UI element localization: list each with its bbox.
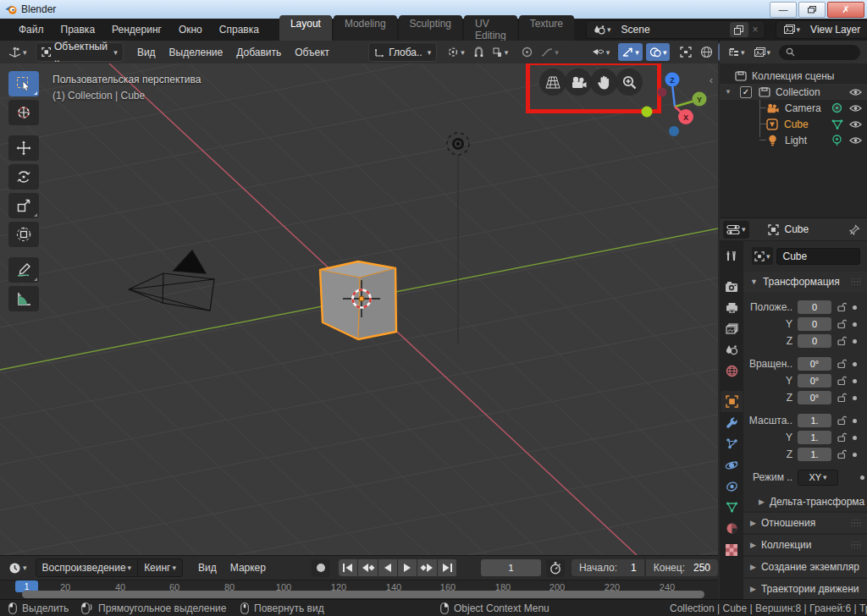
rotation-z-field[interactable]: 0° xyxy=(798,391,831,404)
minimize-button[interactable]: — xyxy=(770,2,797,18)
tab-uv-editing[interactable]: UV Editing xyxy=(464,15,517,44)
menu-window[interactable]: Окно xyxy=(170,24,211,36)
tool-rotate[interactable] xyxy=(8,164,39,190)
scene-new-button[interactable] xyxy=(730,22,748,37)
gizmo-minus-y-axis[interactable] xyxy=(642,107,653,118)
animate-dot-icon[interactable] xyxy=(853,362,857,366)
visibility-dropdown[interactable]: ▾ xyxy=(588,43,614,61)
instancing-panel[interactable]: ▶Создание экземпляр xyxy=(743,555,867,577)
transform-orientation-dropdown[interactable]: Глоба.. ▾ xyxy=(368,42,437,62)
outliner-row-cube[interactable]: Cube xyxy=(720,116,867,132)
timeline-menu-marker[interactable]: Маркер xyxy=(224,562,273,574)
lock-open-icon[interactable] xyxy=(837,415,847,426)
expand-arrow-icon[interactable]: ▼ xyxy=(725,88,732,96)
current-frame-field[interactable]: 1 xyxy=(481,559,541,576)
playback-dropdown[interactable]: Воспроизведение▾ xyxy=(36,558,139,577)
rotation-mode-dropdown[interactable]: XY▾ xyxy=(798,470,838,486)
prev-keyframe-button[interactable] xyxy=(358,559,377,576)
lock-open-icon[interactable] xyxy=(837,359,847,369)
gizmo-minus-z-axis[interactable] xyxy=(669,126,679,136)
animate-dot-icon[interactable] xyxy=(853,339,857,344)
menu-help[interactable]: Справка xyxy=(211,24,268,36)
snap-toggle[interactable] xyxy=(470,43,488,61)
tab-view-layer[interactable] xyxy=(721,318,743,339)
tool-scale[interactable] xyxy=(8,193,39,218)
tab-material[interactable] xyxy=(721,518,743,539)
lock-open-icon[interactable] xyxy=(837,302,847,312)
object-name-input[interactable]: Cube xyxy=(776,248,860,265)
play-reverse-button[interactable] xyxy=(378,559,397,576)
camera-view-gizmo[interactable] xyxy=(565,69,592,96)
editor-type-button[interactable]: ▾ xyxy=(5,43,30,61)
scale-z-field[interactable]: 1. xyxy=(798,448,831,461)
lock-open-icon[interactable] xyxy=(837,376,847,386)
object-browse-button[interactable]: ▾ xyxy=(752,247,773,265)
tool-select-box[interactable] xyxy=(8,71,39,96)
tab-texture[interactable] xyxy=(721,539,743,560)
sidebar-collapse-arrow[interactable]: ‹ xyxy=(710,74,713,86)
menu-add[interactable]: Добавить xyxy=(229,47,288,58)
cube-object[interactable] xyxy=(320,261,396,339)
timeline-editor-type-button[interactable]: ▾ xyxy=(5,559,30,577)
scene-unlink-button[interactable]: × xyxy=(748,24,763,36)
scene-browse-button[interactable]: ▾ xyxy=(590,21,615,39)
animate-dot-icon[interactable] xyxy=(853,322,857,327)
menu-edit[interactable]: Правка xyxy=(52,24,104,36)
auto-keying-record-button[interactable] xyxy=(312,559,330,577)
pin-icon[interactable] xyxy=(849,224,860,235)
outliner-search-field[interactable] xyxy=(779,45,860,60)
frame-end-field[interactable]: Конец: 250 xyxy=(646,559,718,576)
tab-modifiers[interactable] xyxy=(721,412,743,433)
motion-paths-panel[interactable]: ▶Траектории движени xyxy=(743,577,867,599)
camera-data-icon[interactable] xyxy=(831,102,842,113)
animate-dot-icon[interactable] xyxy=(853,396,857,400)
tool-annotate[interactable] xyxy=(8,257,39,283)
tab-object[interactable] xyxy=(721,391,743,412)
jump-to-start-button[interactable] xyxy=(339,559,357,576)
animate-dot-icon[interactable] xyxy=(860,476,864,480)
animate-dot-icon[interactable] xyxy=(853,419,857,423)
lock-open-icon[interactable] xyxy=(837,319,847,329)
mode-dropdown[interactable]: Объектный .. ▾ xyxy=(36,42,124,62)
breadcrumb-object-name[interactable]: Cube xyxy=(785,223,809,235)
timeline-scrollbar[interactable] xyxy=(22,591,704,598)
pan-view-gizmo[interactable] xyxy=(590,69,617,96)
delta-transform-panel[interactable]: ▶Дельта-трансформа xyxy=(743,492,867,511)
use-preview-range-button[interactable] xyxy=(546,559,565,577)
animate-dot-icon[interactable] xyxy=(853,379,857,383)
hide-eye-icon[interactable] xyxy=(849,88,862,96)
xray-toggle[interactable] xyxy=(676,43,695,61)
menu-select[interactable]: Выделение xyxy=(163,47,230,58)
jump-to-end-button[interactable] xyxy=(438,559,456,576)
mesh-data-icon[interactable] xyxy=(831,119,843,129)
tab-particles[interactable] xyxy=(721,433,743,454)
rotation-x-field[interactable]: 0° xyxy=(798,357,831,371)
animate-dot-icon[interactable] xyxy=(853,453,857,457)
proportional-editing-toggle[interactable] xyxy=(518,43,536,61)
perspective-toggle-gizmo[interactable] xyxy=(539,69,566,96)
lock-open-icon[interactable] xyxy=(837,393,847,403)
light-data-icon[interactable] xyxy=(831,135,842,146)
tab-texture[interactable]: Texture xyxy=(519,15,574,44)
tab-object-data[interactable] xyxy=(721,497,743,518)
collection-checkbox[interactable]: ✓ xyxy=(740,86,752,98)
tab-output[interactable] xyxy=(721,297,743,318)
menu-render[interactable]: Рендеринг xyxy=(103,24,170,36)
hide-eye-icon[interactable] xyxy=(849,104,862,113)
outliner-row-camera[interactable]: Camera xyxy=(720,100,867,116)
tab-render[interactable] xyxy=(721,276,743,297)
animate-dot-icon[interactable] xyxy=(853,436,857,440)
tab-layout[interactable]: Layout xyxy=(279,15,332,44)
location-x-field[interactable]: 0 xyxy=(798,300,831,314)
shading-wireframe-button[interactable] xyxy=(697,43,716,61)
location-z-field[interactable]: 0 xyxy=(798,334,831,348)
viewport-3d[interactable]: Пользовательская перспектива (1) Collect… xyxy=(0,63,718,555)
tab-modeling[interactable]: Modeling xyxy=(334,15,397,44)
hide-eye-icon[interactable] xyxy=(849,136,862,145)
next-keyframe-button[interactable] xyxy=(417,559,436,576)
scale-y-field[interactable]: 1. xyxy=(798,431,831,444)
tool-measure[interactable] xyxy=(8,286,39,311)
tab-sculpting[interactable]: Sculpting xyxy=(399,15,462,44)
snap-settings-dropdown[interactable]: ▾ xyxy=(489,43,512,61)
navigation-gizmo[interactable]: Z Y X xyxy=(631,63,715,148)
